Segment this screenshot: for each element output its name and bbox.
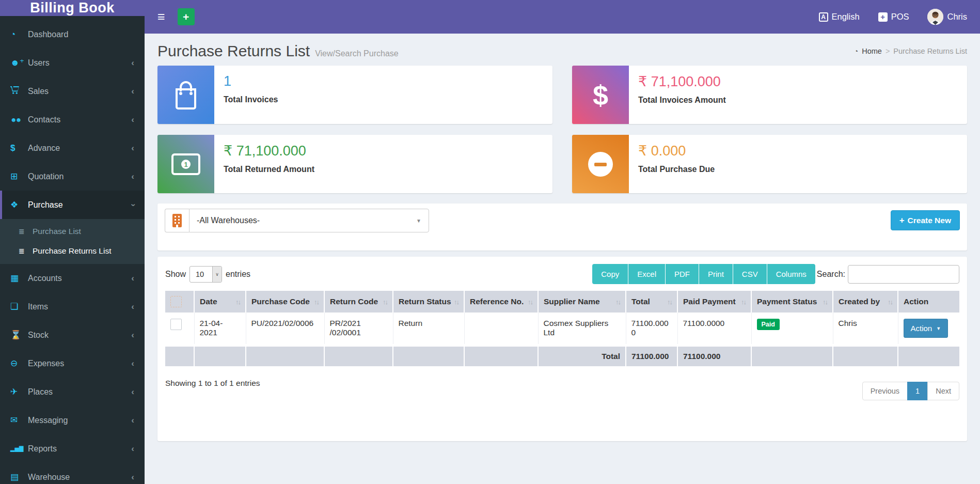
pos-button[interactable]: + POS	[878, 12, 909, 22]
angle-left-icon: ‹	[131, 273, 134, 284]
sidebar-item-advance[interactable]: $ Advance ‹	[0, 134, 145, 162]
quick-add-button[interactable]: +	[178, 8, 195, 25]
angle-left-icon: ‹	[131, 86, 134, 97]
search-input[interactable]	[848, 265, 959, 284]
pagination-page-1[interactable]: 1	[907, 382, 928, 400]
sidebar-item-expenses[interactable]: ⊖ Expenses ‹	[0, 349, 145, 378]
sort-icon: ↑↓	[528, 298, 532, 306]
purchase-submenu: ≣ Purchase List ≣ Purchase Returns List	[0, 219, 145, 264]
caret-down-icon: ▼	[416, 218, 421, 224]
print-button[interactable]: Print	[699, 264, 733, 284]
angle-left-icon: ‹	[131, 358, 134, 369]
footer-paid-value: 71100.000	[677, 346, 751, 367]
sidebar-item-users[interactable]: ☻⁺ Users ‹	[0, 49, 145, 77]
col-created-by[interactable]: Created by↑↓	[833, 291, 898, 313]
sort-icon: ↑↓	[383, 298, 387, 306]
minus-circle-icon: ⊖	[10, 358, 27, 369]
dollar-sign-icon: $	[572, 66, 629, 124]
page-title: Purchase Returns List	[157, 42, 310, 60]
sidebar-item-places[interactable]: ✈ Places ‹	[0, 378, 145, 406]
cell-action: Action ▼	[898, 313, 959, 346]
card-label: Total Returned Amount	[224, 165, 314, 174]
col-date[interactable]: Date↑↓	[194, 291, 246, 313]
pagination-next[interactable]: Next	[927, 382, 959, 400]
col-supplier-name[interactable]: Supplier Name↑↓	[538, 291, 626, 313]
hamburger-icon[interactable]: ≡	[157, 10, 165, 23]
page-size-select[interactable]: 10 ∨	[189, 266, 222, 283]
copy-button[interactable]: Copy	[592, 264, 628, 284]
warehouse-grid-icon: ▤	[10, 472, 27, 482]
sidebar-item-purchase[interactable]: ❖ Purchase ‹	[0, 191, 145, 219]
topbar-right: A English + POS Chris	[819, 9, 968, 25]
create-new-button[interactable]: + Create New	[891, 210, 960, 230]
page-header: Purchase Returns List View/Search Purcha…	[157, 40, 967, 63]
sidebar-item-messaging[interactable]: ✉ Messaging ‹	[0, 406, 145, 434]
table-panel: Show 10 ∨ entries Copy Excel PDF Print	[157, 257, 967, 441]
shopping-cart-icon	[10, 86, 27, 97]
breadcrumb-separator: >	[886, 47, 890, 55]
card-total-returned-amount: 1 ₹ 71,100.000 Total Returned Amount	[157, 135, 552, 193]
submenu-item-purchase-returns-list[interactable]: ≣ Purchase Returns List	[0, 241, 145, 261]
minus-circle-icon	[572, 135, 629, 193]
content: Purchase Returns List View/Search Purcha…	[145, 34, 980, 484]
hourglass-icon: ⌛	[10, 330, 27, 340]
select-all-header[interactable]	[165, 291, 194, 313]
angle-left-icon: ‹	[131, 472, 134, 482]
sidebar-item-contacts[interactable]: ☻☻ Contacts ‹	[0, 105, 145, 134]
col-return-status[interactable]: Return Status↑↓	[393, 291, 464, 313]
angle-left-icon: ‹	[131, 415, 134, 426]
pagination-previous[interactable]: Previous	[862, 382, 908, 400]
list-icon: ≣	[19, 227, 33, 236]
card-total-invoices: 1 Total Invoices	[157, 66, 552, 124]
cell-purchase-code: PU/2021/02/0006	[246, 313, 324, 346]
sidebar-item-quotation[interactable]: ⊞ Quotation ‹	[0, 162, 145, 191]
breadcrumb: ◔ Home > Purchase Returns List	[854, 47, 967, 55]
col-total[interactable]: Total↑↓	[626, 291, 677, 313]
col-purchase-code[interactable]: Purchase Code↑↓	[246, 291, 324, 313]
users-group-icon: ☻☻	[10, 116, 27, 123]
language-menu[interactable]: A English	[819, 12, 860, 22]
select-all-checkbox[interactable]	[170, 296, 182, 307]
shopping-bag-icon	[157, 66, 214, 124]
money-bill-icon: 1	[157, 135, 214, 193]
pdf-button[interactable]: PDF	[666, 264, 699, 284]
cubes-icon: ❏	[10, 301, 27, 312]
sort-icon: ↑↓	[314, 298, 319, 306]
angle-left-icon: ‹	[131, 444, 134, 454]
sidebar-item-reports[interactable]: ▂▅▇ Reports ‹	[0, 434, 145, 463]
sort-icon: ↑↓	[741, 298, 746, 306]
breadcrumb-home[interactable]: Home	[862, 47, 882, 55]
row-select-cell	[165, 313, 194, 346]
cell-created-by: Chris	[833, 313, 898, 346]
csv-button[interactable]: CSV	[733, 264, 767, 284]
warehouse-select[interactable]: -All Warehouses- ▼	[189, 209, 429, 232]
sidebar-item-warehouse[interactable]: ▤ Warehouse ‹	[0, 463, 145, 484]
sidebar-item-dashboard[interactable]: ◔ Dashboard	[0, 20, 145, 49]
user-menu[interactable]: Chris	[927, 9, 967, 25]
app-root: Billing Book ◔ Dashboard ☻⁺ Users ‹ Sale…	[0, 0, 980, 484]
sidebar-item-accounts[interactable]: ▦ Accounts ‹	[0, 264, 145, 292]
action-dropdown-button[interactable]: Action ▼	[904, 319, 949, 338]
topbar: ≡ + A English + POS Chris	[145, 0, 980, 34]
excel-button[interactable]: Excel	[628, 264, 666, 284]
row-checkbox[interactable]	[170, 319, 182, 330]
col-payment-status[interactable]: Payment Status↑↓	[751, 291, 833, 313]
sidebar-item-items[interactable]: ❏ Items ‹	[0, 292, 145, 321]
col-reference-no[interactable]: Reference No.↑↓	[464, 291, 538, 313]
dashboard-icon: ◔	[10, 29, 27, 40]
select-arrow-icon: ∨	[212, 267, 222, 282]
sort-icon: ↑↓	[454, 298, 459, 306]
cell-paid: 71100.0000	[677, 313, 751, 346]
grid-squares-icon: ▦	[10, 273, 27, 284]
table-footer: Showing 1 to 1 of 1 entries Previous 1 N…	[165, 374, 959, 400]
sidebar-item-stock[interactable]: ⌛ Stock ‹	[0, 321, 145, 349]
columns-button[interactable]: Columns	[767, 264, 815, 284]
col-paid-payment[interactable]: Paid Payment↑↓	[677, 291, 751, 313]
stat-cards: 1 Total Invoices $ ₹ 71,100.000 Total In…	[157, 66, 967, 193]
sidebar-item-sales[interactable]: Sales ‹	[0, 77, 145, 105]
submenu-item-purchase-list[interactable]: ≣ Purchase List	[0, 222, 145, 241]
table-row: 21-04-2021 PU/2021/02/0006 PR/2021 /02/0…	[165, 313, 959, 346]
table-header-row: Date↑↓ Purchase Code↑↓ Return Code↑↓ Ret…	[165, 291, 959, 313]
card-total-purchase-due: ₹ 0.000 Total Purchase Due	[572, 135, 967, 193]
col-return-code[interactable]: Return Code↑↓	[324, 291, 393, 313]
